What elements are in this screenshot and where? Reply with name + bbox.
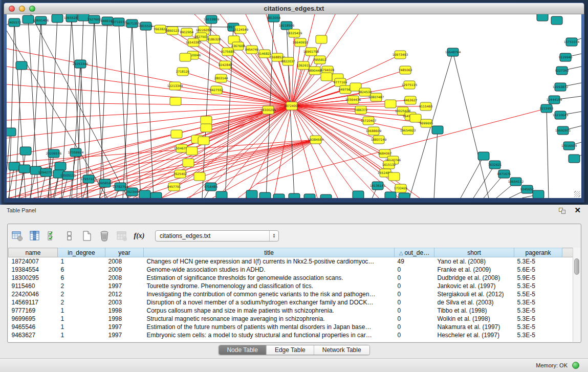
table-row[interactable]: 1830029562008Estimation of significance … [9, 274, 574, 282]
network-node[interactable]: 9427552 [210, 86, 224, 94]
network-node[interactable]: 9457791 [167, 183, 181, 191]
network-node[interactable]: 8912954 [180, 28, 194, 36]
network-node[interactable] [170, 97, 181, 105]
network-node[interactable]: 9463627 [404, 96, 418, 104]
network-node[interactable]: 16648794 [445, 48, 461, 56]
network-node[interactable]: 2803144 [214, 74, 228, 82]
show-columns-icon[interactable] [29, 230, 40, 242]
column-header-name[interactable]: name [9, 248, 58, 257]
table-scrollbar[interactable] [573, 248, 580, 342]
network-node[interactable]: 9115460 [419, 102, 433, 111]
network-node[interactable]: 7486372 [354, 106, 368, 114]
network-node[interactable]: 16640910 [293, 38, 309, 47]
network-node[interactable] [20, 147, 31, 155]
network-node[interactable] [321, 73, 332, 81]
network-node[interactable]: 9699695 [420, 119, 433, 127]
network-node[interactable]: 15124549 [233, 26, 249, 34]
network-node[interactable]: 9245652 [520, 185, 534, 193]
network-node[interactable] [304, 194, 315, 198]
network-node[interactable] [139, 190, 150, 198]
network-node[interactable]: 16961758 [303, 48, 319, 56]
tab-network-table[interactable]: Network Table [314, 345, 369, 355]
network-node[interactable] [216, 191, 227, 198]
close-window-button[interactable] [9, 6, 15, 12]
network-node[interactable] [246, 190, 257, 198]
network-node[interactable]: 12923446 [124, 188, 140, 196]
network-node[interactable]: 20206576 [46, 149, 62, 158]
network-node[interactable]: 9242848 [219, 61, 232, 69]
network-node[interactable] [171, 130, 182, 138]
network-node[interactable]: 8186328 [207, 35, 221, 43]
network-node[interactable]: 19218506 [279, 21, 295, 30]
network-node[interactable]: 5716485 [204, 183, 218, 191]
column-header-out-degree[interactable]: △out_de… [395, 248, 434, 257]
new-column-icon[interactable] [81, 230, 93, 242]
network-node[interactable]: 1527602 [88, 15, 101, 24]
network-node[interactable] [432, 126, 443, 134]
network-node[interactable]: 10958167 [97, 179, 113, 187]
network-node[interactable]: 19384554 [308, 136, 324, 144]
network-node[interactable]: 8471676 [497, 170, 511, 178]
network-node[interactable]: 20364436 [345, 96, 361, 104]
table-row[interactable]: 946554611997Estimation of the future num… [9, 323, 574, 331]
network-node[interactable] [201, 124, 212, 132]
network-node[interactable] [16, 61, 27, 70]
network-node[interactable] [273, 194, 285, 198]
network-node[interactable] [19, 165, 30, 173]
network-canvas[interactable]: 2405572206914061065528715276028466160107… [7, 14, 581, 198]
column-header-year[interactable]: year [105, 248, 144, 257]
network-node[interactable] [478, 152, 489, 160]
tab-node-table[interactable]: Node Table [219, 345, 267, 355]
network-node[interactable]: 7485063 [399, 66, 412, 74]
window-resize-grip[interactable] [574, 191, 580, 197]
network-node[interactable]: 2718126 [176, 68, 190, 76]
select-columns-icon[interactable] [47, 230, 58, 242]
network-node[interactable]: 21053346 [73, 60, 89, 68]
network-node[interactable]: 8454749 [245, 46, 259, 54]
zoom-window-button[interactable] [29, 6, 35, 12]
network-node[interactable]: 18300295 [260, 106, 276, 114]
network-node[interactable] [533, 190, 544, 198]
delete-column-icon[interactable] [99, 230, 110, 242]
network-node[interactable]: 10807487 [368, 93, 384, 101]
network-node[interactable] [353, 191, 364, 198]
network-node[interactable]: 10655287 [64, 14, 80, 22]
network-node[interactable]: 15720407 [361, 117, 377, 125]
network-node[interactable] [52, 14, 63, 23]
network-node[interactable]: 20691406 [33, 16, 49, 25]
network-node[interactable]: 18325419 [287, 29, 302, 37]
citation-network-graph[interactable]: 2405572206914061065528715276028466160107… [7, 14, 581, 198]
network-node[interactable] [198, 137, 209, 145]
network-node[interactable]: 18724007 [284, 102, 300, 110]
network-node[interactable]: 13505135 [60, 171, 76, 180]
network-node[interactable] [569, 155, 580, 163]
column-header-in-degree[interactable]: in_degree [58, 248, 105, 257]
close-panel-icon[interactable]: ✕ [574, 206, 581, 215]
network-node[interactable] [388, 172, 400, 181]
network-node[interactable]: 16033809 [204, 15, 220, 24]
float-panel-icon[interactable] [559, 208, 565, 214]
network-node[interactable] [55, 162, 66, 170]
network-node[interactable] [186, 147, 198, 155]
table-row[interactable]: 2242004622012Investigating the contribut… [9, 290, 574, 298]
network-node[interactable]: 9227343 [555, 67, 569, 75]
table-row[interactable]: 1872400712008Changes of HCN gene express… [9, 257, 574, 266]
network-node[interactable] [150, 192, 162, 198]
network-node[interactable] [194, 172, 205, 181]
network-node[interactable]: 14136141 [370, 182, 386, 190]
function-builder-icon[interactable]: f(x) [134, 230, 145, 242]
network-node[interactable]: 8215953 [540, 104, 554, 113]
network-node[interactable] [316, 35, 327, 43]
network-node[interactable]: 19654923 [400, 126, 416, 135]
network-node[interactable]: 9129946 [559, 53, 573, 61]
table-scrollbar-thumb[interactable] [574, 258, 579, 275]
network-node[interactable]: 7663822 [154, 25, 167, 33]
network-node[interactable]: 16210643 [553, 111, 569, 119]
network-node[interactable] [537, 14, 548, 21]
network-node[interactable] [259, 192, 271, 198]
network-node[interactable]: 12975115 [402, 81, 418, 89]
network-node[interactable]: 12213349 [167, 82, 183, 90]
table-row[interactable]: 946362711997Embryonic stem cells: a mode… [9, 331, 574, 339]
network-node[interactable]: 12444159 [547, 96, 562, 104]
table-row[interactable]: 1456911722003Disruption of a novel membe… [9, 298, 574, 307]
